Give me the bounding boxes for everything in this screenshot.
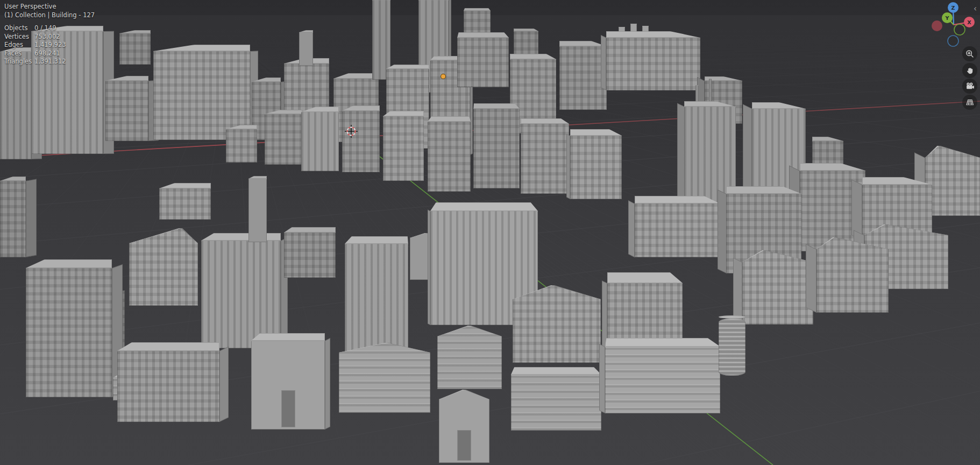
building-object[interactable]: [439, 390, 489, 463]
building-front-face: [925, 146, 980, 216]
building-object[interactable]: [226, 125, 257, 163]
building-front-face: [457, 38, 509, 87]
zoom-icon: [965, 50, 974, 58]
building-object[interactable]: [635, 196, 720, 257]
building-front-face: [635, 203, 720, 257]
building-object[interactable]: [606, 31, 700, 90]
building-object[interactable]: [119, 30, 151, 65]
stat-faces: Faces 698,241: [4, 50, 95, 58]
building-front-face: [226, 129, 257, 163]
object-origin-dot[interactable]: [441, 74, 446, 79]
building-object[interactable]: [925, 146, 980, 216]
building-object[interactable]: [383, 111, 424, 181]
building-front-face: [437, 326, 502, 389]
building-side-face: [733, 258, 742, 325]
building-object[interactable]: [521, 118, 569, 194]
building-object[interactable]: [201, 233, 281, 348]
building-side-face: [628, 200, 635, 257]
building-front-face: [606, 38, 700, 90]
building-object[interactable]: [570, 129, 622, 199]
building-roof: [428, 116, 471, 122]
building-object[interactable]: [342, 105, 380, 172]
building-object[interactable]: [457, 32, 509, 87]
building-object[interactable]: [26, 259, 112, 397]
blender-3d-viewport[interactable]: User Perspective (1) Collection | Buildi…: [0, 0, 980, 465]
building-roof: [345, 236, 408, 244]
building-object[interactable]: [605, 338, 720, 413]
building-roof: [800, 163, 865, 171]
building-front-face: [383, 116, 424, 181]
building-roof: [386, 65, 429, 69]
building-object[interactable]: [159, 183, 211, 220]
stat-objects: Objects 0 / 149: [4, 24, 95, 33]
building-roof: [752, 102, 806, 109]
building-object[interactable]: [251, 333, 325, 429]
building-object[interactable]: [437, 326, 502, 389]
building-object[interactable]: [117, 342, 219, 422]
zoom-button[interactable]: [962, 46, 977, 61]
move-view-button[interactable]: [962, 63, 977, 78]
building-object[interactable]: [265, 110, 302, 165]
building-object[interactable]: [345, 236, 408, 356]
building-roof: [117, 342, 219, 351]
building-object[interactable]: [105, 76, 148, 141]
building-side-face: [26, 179, 37, 257]
building-side-face: [566, 134, 570, 199]
building-roof: [606, 31, 700, 38]
sidebar-toggle-icon[interactable]: ‹: [974, 5, 977, 13]
building-object[interactable]: [428, 116, 471, 192]
camera-view-button[interactable]: [962, 79, 977, 94]
building-roof: [252, 78, 281, 82]
camera-view-icon: [965, 82, 975, 90]
building-front-face: [473, 109, 520, 188]
building-object[interactable]: [248, 176, 267, 242]
svg-text:Y: Y: [945, 15, 949, 21]
building-object[interactable]: [284, 227, 336, 278]
building-front-face: [339, 343, 430, 413]
stat-edges: Edges 1,419,923: [4, 41, 95, 50]
building-front-face: [301, 112, 339, 171]
svg-text:Z: Z: [951, 5, 955, 11]
gizmo-axis-negative[interactable]: [954, 24, 965, 35]
building-roof: [105, 76, 148, 81]
building-object[interactable]: [0, 177, 26, 257]
building-roof: [570, 129, 622, 136]
building-object[interactable]: [299, 30, 313, 66]
building-roof: [251, 333, 325, 341]
toggle-ortho-button[interactable]: [962, 95, 977, 110]
building-object[interactable]: [339, 343, 430, 413]
gizmo-axis-negative[interactable]: [948, 36, 958, 46]
building-front-face: [0, 52, 31, 159]
building-object[interactable]: [559, 41, 607, 110]
building-front-face: [117, 351, 219, 422]
building-roof: [862, 177, 932, 185]
building-roof: [812, 137, 843, 141]
building-object[interactable]: [301, 107, 339, 171]
building-roof: [635, 196, 720, 203]
building-roof: [226, 125, 257, 129]
navigation-axis-gizmo[interactable]: ZYX: [930, 1, 977, 48]
building-side-face: [219, 347, 229, 422]
building-front-face: [345, 244, 408, 356]
building-front-face: [251, 341, 325, 429]
building-front-face: [428, 122, 471, 192]
building-front-face: [559, 46, 607, 110]
building-object[interactable]: [719, 315, 745, 376]
ortho-grid-icon: [965, 98, 975, 107]
building-collection: [0, 0, 980, 465]
building-side-face: [718, 189, 727, 273]
gizmo-axis-negative[interactable]: [932, 20, 942, 31]
breadcrumb: (1) Collection | Building - 127: [4, 11, 95, 20]
building-object[interactable]: [129, 228, 198, 306]
3d-cursor[interactable]: [345, 125, 358, 138]
svg-text:X: X: [967, 19, 971, 25]
building-object[interactable]: [513, 285, 601, 363]
building-front-face: [570, 136, 622, 199]
building-roof: [153, 45, 250, 51]
building-side-face: [325, 338, 330, 429]
building-object[interactable]: [473, 103, 520, 188]
building-roof: [521, 118, 569, 124]
building-object[interactable]: [511, 367, 601, 431]
building-object[interactable]: [816, 237, 889, 313]
building-object[interactable]: [742, 250, 813, 325]
